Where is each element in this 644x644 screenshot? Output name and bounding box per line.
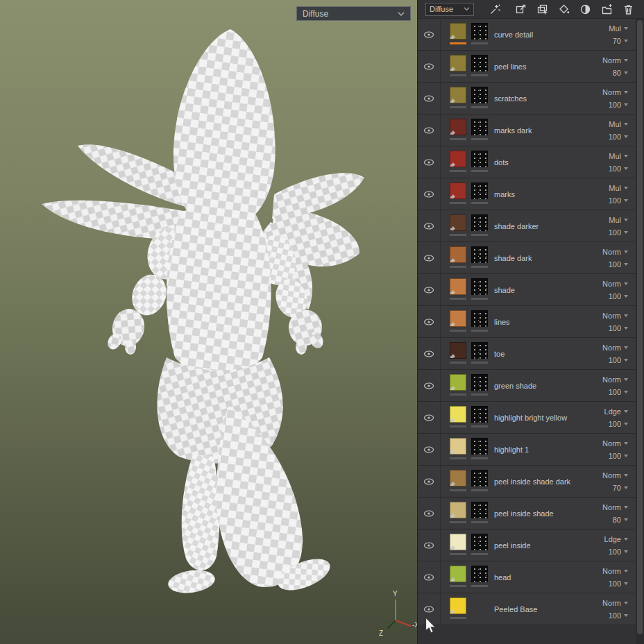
- layer-mask-thumbnail[interactable]: [471, 246, 488, 263]
- visibility-toggle[interactable]: [418, 402, 441, 433]
- layer-name[interactable]: highlight 1: [488, 434, 591, 465]
- layer-content-thumbnail[interactable]: [450, 23, 466, 40]
- layer-content-thumbnail[interactable]: [450, 87, 466, 103]
- layer-name[interactable]: shade: [488, 274, 591, 305]
- layer-name[interactable]: peel inside: [488, 529, 591, 561]
- blend-mode-dropdown[interactable]: Norm: [602, 312, 628, 320]
- layer-mask-thumbnail[interactable]: [471, 502, 488, 518]
- layer-name[interactable]: marks: [488, 178, 591, 210]
- panel-channel-dropdown[interactable]: Diffuse: [425, 3, 474, 16]
- visibility-toggle[interactable]: [418, 178, 441, 210]
- layers-scrollbar[interactable]: [636, 19, 644, 644]
- visibility-toggle[interactable]: [418, 242, 441, 273]
- opacity-dropdown[interactable]: 100: [609, 164, 628, 173]
- layer-row[interactable]: toe Norm 100: [418, 338, 636, 370]
- layer-mask-thumbnail[interactable]: [471, 278, 488, 295]
- layer-row[interactable]: peel inside Ldge 100: [418, 529, 636, 561]
- visibility-toggle[interactable]: [418, 83, 441, 114]
- add-folder-icon[interactable]: [600, 3, 613, 15]
- layer-row[interactable]: highlight 1 Norm 100: [418, 434, 636, 466]
- opacity-dropdown[interactable]: 100: [609, 292, 628, 300]
- layer-row[interactable]: highlight bright yellow Ldge 100: [418, 402, 636, 434]
- layer-row[interactable]: peel inside shade Norm 80: [418, 498, 636, 529]
- opacity-dropdown[interactable]: 100: [609, 260, 628, 269]
- blend-mode-dropdown[interactable]: Ldge: [604, 535, 628, 543]
- layer-row[interactable]: marks Mul 100: [418, 178, 636, 210]
- layer-content-thumbnail[interactable]: [450, 214, 466, 231]
- layer-name[interactable]: Peeled Base: [488, 593, 591, 625]
- opacity-dropdown[interactable]: 80: [613, 516, 628, 524]
- layer-content-thumbnail[interactable]: [450, 278, 466, 295]
- layer-content-thumbnail[interactable]: [450, 502, 466, 518]
- layer-content-thumbnail[interactable]: [450, 342, 466, 359]
- layer-mask-thumbnail[interactable]: [471, 119, 488, 135]
- blend-mode-dropdown[interactable]: Norm: [602, 88, 628, 96]
- layer-content-thumbnail[interactable]: [450, 566, 466, 582]
- trash-icon[interactable]: [622, 3, 634, 15]
- layer-content-thumbnail[interactable]: [450, 310, 466, 327]
- layer-name[interactable]: toe: [488, 338, 591, 369]
- visibility-toggle[interactable]: [418, 370, 441, 401]
- opacity-dropdown[interactable]: 100: [609, 420, 628, 428]
- opacity-dropdown[interactable]: 100: [609, 101, 628, 109]
- layer-name[interactable]: green shade: [488, 370, 591, 401]
- layer-content-thumbnail[interactable]: [450, 183, 466, 199]
- layer-row[interactable]: shade dark Norm 100: [418, 242, 636, 274]
- layer-row[interactable]: dots Mul 100: [418, 146, 636, 178]
- visibility-toggle[interactable]: [418, 498, 441, 529]
- layer-content-thumbnail[interactable]: [450, 438, 466, 455]
- visibility-toggle[interactable]: [418, 210, 441, 242]
- blend-mode-dropdown[interactable]: Norm: [602, 344, 628, 352]
- layer-name[interactable]: head: [488, 561, 591, 593]
- layer-row[interactable]: scratches Norm 100: [418, 83, 636, 115]
- opacity-dropdown[interactable]: 70: [613, 37, 628, 45]
- blend-mode-dropdown[interactable]: Norm: [602, 56, 628, 65]
- layer-name[interactable]: highlight bright yellow: [488, 402, 591, 433]
- opacity-dropdown[interactable]: 70: [613, 484, 628, 492]
- layer-mask-thumbnail[interactable]: [471, 310, 488, 327]
- layer-name[interactable]: scratches: [488, 83, 591, 114]
- blend-mode-dropdown[interactable]: Norm: [602, 567, 628, 575]
- visibility-toggle[interactable]: [418, 434, 441, 465]
- blend-mode-dropdown[interactable]: Norm: [602, 375, 628, 384]
- visibility-toggle[interactable]: [418, 274, 441, 305]
- add-layer-icon[interactable]: [536, 3, 548, 15]
- opacity-dropdown[interactable]: 100: [609, 611, 628, 620]
- visibility-toggle[interactable]: [418, 593, 441, 625]
- layer-mask-thumbnail[interactable]: [471, 342, 488, 359]
- layer-content-thumbnail[interactable]: [450, 151, 466, 167]
- layer-content-thumbnail[interactable]: [450, 246, 466, 263]
- scrollbar-thumb[interactable]: [637, 20, 643, 634]
- layer-mask-thumbnail[interactable]: [471, 374, 488, 391]
- stamp-icon[interactable]: [514, 3, 527, 15]
- layer-row[interactable]: peel lines Norm 80: [418, 51, 636, 83]
- layer-row[interactable]: shade Norm 100: [418, 274, 636, 306]
- blend-mode-dropdown[interactable]: Norm: [602, 248, 628, 256]
- visibility-toggle[interactable]: [418, 51, 441, 82]
- layer-row[interactable]: Peeled Base Norm 100: [418, 593, 636, 625]
- blend-mode-dropdown[interactable]: Norm: [602, 503, 628, 511]
- layer-mask-thumbnail[interactable]: [471, 534, 488, 550]
- banana-character-model[interactable]: [0, 0, 417, 644]
- visibility-toggle[interactable]: [418, 338, 441, 369]
- visibility-toggle[interactable]: [418, 529, 441, 561]
- opacity-dropdown[interactable]: 100: [609, 579, 628, 588]
- layer-name[interactable]: curve detail: [488, 19, 591, 50]
- layer-name[interactable]: lines: [488, 306, 591, 337]
- layer-name[interactable]: peel inside shade dark: [488, 466, 591, 497]
- layer-name[interactable]: peel inside shade: [488, 498, 591, 529]
- layer-content-thumbnail[interactable]: [450, 374, 466, 391]
- layer-mask-thumbnail[interactable]: [471, 406, 488, 423]
- blend-mode-dropdown[interactable]: Norm: [602, 471, 628, 480]
- opacity-dropdown[interactable]: 80: [613, 69, 628, 77]
- opacity-dropdown[interactable]: 100: [609, 388, 628, 396]
- viewport-3d[interactable]: Diffuse Y -X Z: [0, 0, 417, 644]
- layer-mask-thumbnail[interactable]: [471, 87, 488, 103]
- layer-content-thumbnail[interactable]: [450, 470, 466, 486]
- layer-mask-thumbnail[interactable]: [471, 214, 488, 231]
- opacity-dropdown[interactable]: 100: [609, 196, 628, 205]
- adjustment-icon[interactable]: [579, 3, 591, 15]
- magic-wand-icon[interactable]: [489, 3, 501, 15]
- layer-mask-thumbnail[interactable]: [471, 470, 488, 486]
- visibility-toggle[interactable]: [418, 306, 441, 337]
